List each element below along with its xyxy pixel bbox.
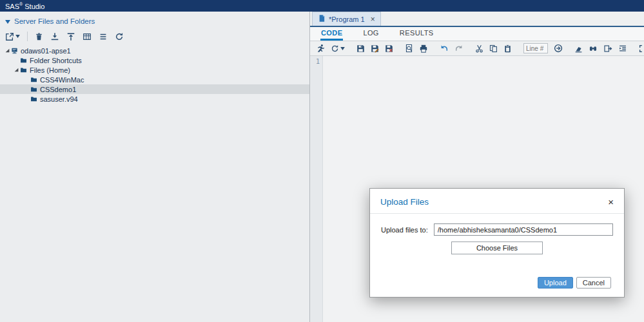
section-title: Server Files and Folders bbox=[14, 17, 95, 25]
save-as-icon bbox=[371, 44, 379, 53]
import-table-button[interactable] bbox=[83, 32, 92, 41]
paste-button[interactable] bbox=[503, 44, 512, 53]
tree-item-label: Files (Home) bbox=[30, 66, 70, 74]
collapse-section-icon bbox=[5, 17, 10, 25]
upload-icon bbox=[66, 32, 75, 41]
copy-icon bbox=[489, 44, 498, 53]
download-icon bbox=[50, 32, 59, 41]
folder-icon bbox=[30, 85, 37, 93]
chevron-down-icon bbox=[340, 47, 345, 50]
properties-button[interactable] bbox=[99, 32, 108, 41]
toolbar-divider bbox=[27, 32, 28, 41]
submission-history-button[interactable] bbox=[331, 44, 345, 53]
upload-submit-button[interactable]: Upload bbox=[538, 277, 573, 289]
clear-code-icon bbox=[574, 44, 583, 53]
dialog-header: Upload Files × bbox=[370, 189, 624, 214]
tab-label: *Program 1 bbox=[329, 15, 365, 23]
document-tabbar: *Program 1 × bbox=[310, 12, 644, 27]
save-icon bbox=[356, 44, 365, 53]
tab-program1[interactable]: *Program 1 × bbox=[312, 12, 381, 26]
save-all-icon bbox=[385, 44, 393, 53]
code-toolbar bbox=[310, 41, 644, 56]
file-tree: odaws01-apse1 Folder Shortcuts bbox=[0, 46, 309, 322]
line-number: 1 bbox=[316, 58, 320, 65]
dialog-title: Upload Files bbox=[380, 197, 429, 207]
save-all-button[interactable] bbox=[385, 44, 393, 53]
redo-button[interactable] bbox=[454, 44, 463, 53]
upload-path-label: Upload files to: bbox=[381, 226, 428, 234]
tree-item-label: CSSdemo1 bbox=[40, 86, 76, 93]
trash-icon bbox=[35, 32, 43, 41]
maximize-icon bbox=[639, 44, 644, 53]
save-button[interactable] bbox=[356, 44, 365, 53]
maximize-view-button[interactable] bbox=[639, 44, 644, 53]
save-as-button[interactable] bbox=[371, 44, 379, 53]
tab-results[interactable]: RESULTS bbox=[399, 27, 434, 41]
folder-icon bbox=[20, 56, 27, 64]
close-tab-icon[interactable]: × bbox=[371, 15, 375, 23]
section-server-files[interactable]: Server Files and Folders bbox=[0, 12, 309, 28]
go-to-line-icon bbox=[554, 44, 563, 53]
upload-path-input[interactable] bbox=[434, 223, 613, 236]
undo-icon bbox=[440, 44, 449, 53]
tree-item-css4winmac[interactable]: CSS4WinMac bbox=[0, 75, 309, 84]
dialog-footer: Upload Cancel bbox=[370, 277, 624, 297]
expand-icon[interactable] bbox=[13, 67, 20, 73]
run-icon bbox=[317, 44, 325, 53]
undo-button[interactable] bbox=[440, 44, 449, 53]
tree-item-label: Folder Shortcuts bbox=[30, 57, 82, 64]
find-replace-icon bbox=[589, 44, 598, 53]
redo-icon bbox=[454, 44, 463, 53]
choose-files-button[interactable]: Choose Files bbox=[451, 242, 543, 254]
print-button[interactable] bbox=[419, 44, 428, 53]
format-code-button[interactable] bbox=[618, 44, 627, 53]
expand-code-button[interactable] bbox=[603, 44, 612, 53]
app-title: SAS® Studio bbox=[5, 2, 44, 10]
clear-code-button[interactable] bbox=[574, 44, 583, 53]
delete-button[interactable] bbox=[35, 32, 43, 41]
new-menu-button[interactable] bbox=[5, 32, 20, 41]
upload-button-toolbar[interactable] bbox=[66, 32, 75, 41]
dialog-body: Upload files to: Choose Files bbox=[370, 214, 624, 277]
refresh-icon bbox=[115, 32, 124, 41]
tree-item-label: CSS4WinMac bbox=[40, 76, 84, 84]
close-dialog-icon[interactable]: × bbox=[608, 197, 614, 207]
list-lines-icon bbox=[99, 32, 108, 41]
tab-code[interactable]: CODE bbox=[320, 27, 343, 41]
copy-button[interactable] bbox=[489, 44, 498, 53]
find-replace-button[interactable] bbox=[589, 44, 598, 53]
server-icon bbox=[11, 46, 18, 55]
editor-subtabs: CODE LOG RESULTS bbox=[310, 27, 644, 41]
tree-item-label: sasuser.v94 bbox=[40, 95, 78, 103]
tree-item-server[interactable]: odaws01-apse1 bbox=[0, 46, 309, 55]
expand-icon[interactable] bbox=[4, 48, 11, 53]
print-icon bbox=[419, 44, 428, 53]
upload-files-dialog: Upload Files × Upload files to: Choose F… bbox=[369, 188, 625, 298]
folder-icon bbox=[30, 95, 37, 103]
program-icon bbox=[318, 14, 326, 24]
tab-log[interactable]: LOG bbox=[362, 27, 379, 41]
cancel-button[interactable]: Cancel bbox=[576, 277, 611, 289]
line-number-gutter: 1 bbox=[310, 56, 323, 322]
tree-item-folder-shortcuts[interactable]: Folder Shortcuts bbox=[0, 55, 309, 65]
print-preview-button[interactable] bbox=[405, 44, 413, 53]
history-icon bbox=[331, 44, 339, 53]
tree-item-label: odaws01-apse1 bbox=[21, 47, 71, 55]
tree-item-files-home[interactable]: Files (Home) bbox=[0, 65, 309, 75]
tree-item-cssdemo1[interactable]: CSSdemo1 bbox=[0, 84, 309, 94]
refresh-button[interactable] bbox=[115, 32, 124, 41]
tree-item-sasuser[interactable]: sasuser.v94 bbox=[0, 94, 309, 104]
chevron-down-icon bbox=[15, 35, 20, 38]
cut-button[interactable] bbox=[475, 44, 483, 53]
format-code-icon bbox=[618, 44, 627, 53]
scissors-icon bbox=[475, 44, 483, 53]
expand-code-icon bbox=[603, 44, 612, 53]
new-item-icon bbox=[5, 32, 14, 41]
run-button[interactable] bbox=[317, 44, 325, 53]
folder-icon bbox=[20, 66, 27, 74]
download-button[interactable] bbox=[50, 32, 59, 41]
paste-icon bbox=[503, 44, 512, 53]
files-toolbar bbox=[0, 28, 309, 46]
go-to-line-button[interactable] bbox=[554, 44, 563, 53]
line-number-input[interactable] bbox=[523, 43, 548, 53]
